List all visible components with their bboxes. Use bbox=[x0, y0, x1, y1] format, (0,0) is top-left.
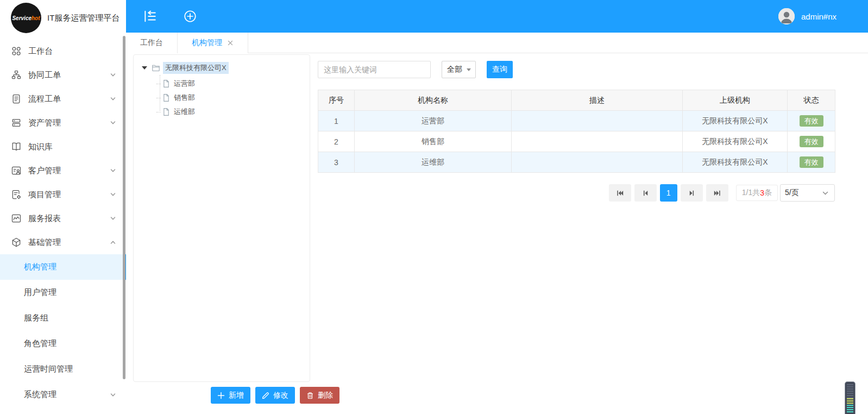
user-avatar[interactable] bbox=[778, 8, 795, 24]
page-size-value: 5/页 bbox=[785, 188, 799, 198]
tree-child-label: 运营部 bbox=[174, 79, 195, 89]
tree-root-label[interactable]: 无限科技有限公司X bbox=[163, 62, 229, 74]
table-column-header: 上级机构 bbox=[683, 90, 788, 111]
table-column-header: 描述 bbox=[512, 90, 683, 111]
sidebar-item-label: 协同工单 bbox=[28, 70, 110, 80]
sidebar-item-label: 流程工单 bbox=[28, 94, 110, 104]
filter-dropdown[interactable]: 全部 bbox=[442, 61, 476, 78]
sidebar-item-4[interactable]: 知识库 bbox=[0, 135, 126, 159]
close-icon[interactable] bbox=[227, 40, 234, 46]
table-row[interactable]: 1 运营部 无限科技有限公司X 有效 bbox=[318, 111, 835, 131]
filter-row: 全部 查询 bbox=[318, 61, 513, 78]
tree-caret-icon[interactable] bbox=[142, 66, 147, 70]
chevron-down-icon bbox=[110, 96, 116, 102]
cell-status: 有效 bbox=[788, 131, 835, 152]
menu-collapse-icon[interactable] bbox=[143, 9, 157, 23]
table-column-header: 状态 bbox=[788, 90, 835, 111]
dashboard-grid-icon bbox=[11, 46, 22, 57]
search-button[interactable]: 查询 bbox=[487, 61, 513, 78]
trash-icon bbox=[306, 392, 314, 399]
process-order-icon bbox=[11, 93, 22, 104]
tab-workbench[interactable]: 工作台 bbox=[126, 33, 178, 53]
tab-org-management[interactable]: 机构管理 bbox=[178, 33, 248, 53]
sidebar-item-3[interactable]: 资产管理 bbox=[0, 111, 126, 135]
table-column-header: 机构名称 bbox=[355, 90, 512, 111]
chevron-down-icon bbox=[822, 190, 829, 197]
sidebar-item-7[interactable]: 服务报表 bbox=[0, 206, 126, 230]
tabbar: 工作台 机构管理 bbox=[126, 33, 868, 53]
tree-child-node[interactable]: 运维部 bbox=[134, 105, 310, 119]
first-page-button[interactable] bbox=[609, 184, 631, 202]
status-badge: 有效 bbox=[800, 136, 823, 147]
knowledge-book-icon bbox=[11, 141, 22, 152]
status-badge: 有效 bbox=[800, 156, 823, 168]
monitor-widget bbox=[845, 381, 856, 414]
sidebar-submenu: 机构管理 用户管理 服务组 角色管理 运营时间管理 系统管理 bbox=[0, 254, 126, 407]
tree-child-label: 运维部 bbox=[174, 107, 195, 117]
keyword-search-input[interactable] bbox=[318, 61, 431, 78]
edit-button[interactable]: 修改 bbox=[255, 387, 295, 404]
pagination-info: 1/1共3条 bbox=[736, 185, 778, 201]
first-page-icon bbox=[617, 190, 624, 197]
pagination-info-prefix: 1/1共 bbox=[742, 188, 760, 198]
table-body: 1 运营部 无限科技有限公司X 有效 2 销售部 无限科技有限公司X 有效 3 … bbox=[318, 111, 835, 173]
prev-page-icon bbox=[642, 190, 649, 197]
org-tree-panel: 无限科技有限公司X 运营部 销售部 运维部 bbox=[133, 54, 310, 382]
sidebar-subitem-5[interactable]: 系统管理 bbox=[0, 382, 126, 407]
chevron-down-icon bbox=[110, 120, 116, 126]
tree-child-node[interactable]: 运营部 bbox=[134, 77, 310, 91]
pagination-total-count: 3 bbox=[760, 189, 764, 197]
folder-icon bbox=[152, 64, 160, 72]
sidebar-item-6[interactable]: 项目管理 bbox=[0, 183, 126, 206]
sidebar-item-0[interactable]: 工作台 bbox=[0, 39, 126, 63]
sidebar-item-label: 服务报表 bbox=[28, 214, 110, 224]
sidebar-item-8[interactable]: 基础管理 bbox=[0, 230, 126, 254]
sidebar-subitem-2[interactable]: 服务组 bbox=[0, 305, 126, 331]
plus-circle-icon[interactable] bbox=[183, 9, 197, 23]
username[interactable]: admin#nx bbox=[801, 12, 836, 21]
cell-org-name: 运营部 bbox=[355, 111, 512, 131]
sidebar-subitem-0[interactable]: 机构管理 bbox=[0, 254, 126, 280]
topbar: admin#nx bbox=[126, 0, 868, 33]
file-icon bbox=[162, 79, 171, 88]
current-page-button[interactable]: 1 bbox=[660, 184, 677, 202]
delete-button[interactable]: 删除 bbox=[300, 387, 339, 404]
delete-button-label: 删除 bbox=[318, 391, 333, 400]
report-chart-icon bbox=[11, 213, 22, 224]
tree-root-node[interactable]: 无限科技有限公司X bbox=[134, 61, 310, 75]
cell-index: 1 bbox=[318, 111, 355, 131]
table-header-row: 序号机构名称描述上级机构状态 bbox=[318, 90, 835, 111]
table-row[interactable]: 3 运维部 无限科技有限公司X 有效 bbox=[318, 152, 835, 173]
tree-child-node[interactable]: 销售部 bbox=[134, 91, 310, 105]
plus-icon bbox=[217, 392, 225, 399]
sidebar-subitem-label: 角色管理 bbox=[24, 338, 116, 349]
sidebar-scrollbar[interactable] bbox=[123, 36, 125, 379]
cell-index: 2 bbox=[318, 131, 355, 152]
next-page-button[interactable] bbox=[681, 184, 703, 202]
sidebar-item-label: 资产管理 bbox=[28, 118, 110, 128]
page-size-select[interactable]: 5/页 bbox=[780, 184, 835, 202]
add-button[interactable]: 新增 bbox=[211, 387, 250, 404]
table-column-header: 序号 bbox=[318, 90, 355, 111]
cell-status: 有效 bbox=[788, 111, 835, 131]
sidebar-subitem-3[interactable]: 角色管理 bbox=[0, 331, 126, 356]
sidebar-item-5[interactable]: 客户管理 bbox=[0, 159, 126, 183]
prev-page-button[interactable] bbox=[634, 184, 657, 202]
collab-order-icon bbox=[11, 70, 22, 80]
sidebar-item-2[interactable]: 流程工单 bbox=[0, 87, 126, 111]
table-row[interactable]: 2 销售部 无限科技有限公司X 有效 bbox=[318, 131, 835, 152]
last-page-button[interactable] bbox=[706, 184, 728, 202]
logo-text-service: Service bbox=[12, 15, 32, 21]
cell-index: 3 bbox=[318, 152, 355, 173]
sidebar-subitem-label: 系统管理 bbox=[24, 390, 110, 400]
cell-description bbox=[512, 152, 683, 173]
sidebar-item-1[interactable]: 协同工单 bbox=[0, 63, 126, 87]
base-cube-icon bbox=[11, 237, 22, 248]
cell-parent-org: 无限科技有限公司X bbox=[683, 131, 788, 152]
sidebar: Servicehot IT服务运营管理平台 工作台 协同工单 流程工单 资产管理… bbox=[0, 0, 126, 414]
sidebar-subitem-4[interactable]: 运营时间管理 bbox=[0, 356, 126, 382]
caret-down-icon bbox=[467, 68, 471, 71]
sidebar-subitem-1[interactable]: 用户管理 bbox=[0, 280, 126, 305]
chevron-up-icon bbox=[110, 239, 116, 246]
cell-parent-org: 无限科技有限公司X bbox=[683, 152, 788, 173]
